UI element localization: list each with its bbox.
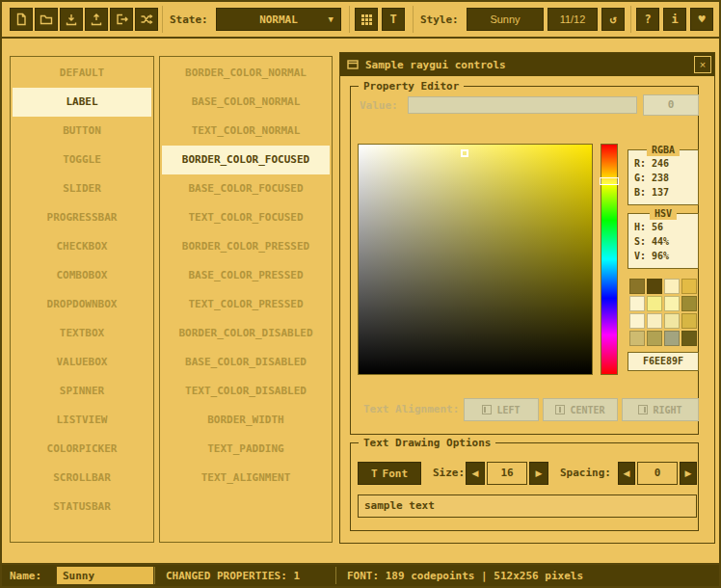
text-view-button[interactable]: T — [382, 8, 405, 31]
color-swatch[interactable] — [681, 279, 697, 294]
list-item[interactable]: DROPDOWNBOX — [13, 290, 151, 319]
color-swatch[interactable] — [629, 313, 645, 329]
hsv-h-value: H: 56 — [634, 220, 698, 234]
list-item[interactable]: BUTTON — [13, 117, 151, 146]
list-item[interactable]: BORDER_COLOR_DISABLED — [162, 319, 330, 348]
style-name-input[interactable]: Sunny — [56, 566, 154, 585]
text-T-icon: T — [389, 13, 396, 26]
font-button[interactable]: T Font — [358, 462, 421, 485]
list-item[interactable]: DEFAULT — [13, 59, 151, 88]
color-swatch[interactable] — [664, 313, 680, 329]
export-style-button[interactable] — [110, 8, 133, 31]
reload-style-button[interactable]: ↺ — [601, 8, 625, 31]
align-left-toggle[interactable]: LEFT — [464, 398, 539, 421]
color-picker-cursor[interactable] — [461, 149, 468, 157]
grid-view-button[interactable] — [355, 8, 378, 31]
state-dropdown[interactable]: NORMAL ▼ — [216, 8, 341, 31]
list-item[interactable]: TOGGLE — [13, 146, 151, 174]
hsv-label: HSV — [650, 207, 677, 220]
list-item[interactable]: STATUSBAR — [13, 493, 151, 521]
color-swatch[interactable] — [647, 331, 662, 346]
color-swatch[interactable] — [681, 296, 697, 311]
spacing-value-box[interactable]: 0 — [637, 462, 678, 485]
color-swatch[interactable] — [664, 279, 680, 294]
import-style-button[interactable] — [85, 8, 108, 31]
random-style-button[interactable] — [135, 8, 158, 31]
style-index-button[interactable]: 11/12 — [547, 8, 598, 31]
info-icon: i — [671, 13, 678, 26]
style-name-button[interactable]: Sunny — [467, 8, 544, 31]
toolbar-separator — [162, 6, 163, 33]
align-right-toggle[interactable]: RIGHT — [622, 398, 699, 421]
list-item[interactable]: TEXT_COLOR_NORMAL — [162, 117, 330, 146]
color-swatch[interactable] — [647, 296, 662, 311]
list-item[interactable]: TEXT_COLOR_PRESSED — [162, 290, 330, 319]
list-item-selected[interactable]: LABEL — [13, 88, 151, 117]
color-swatch[interactable] — [681, 331, 697, 346]
list-item[interactable]: CHECKBOX — [13, 232, 151, 261]
align-center-icon — [555, 405, 565, 414]
open-style-button[interactable] — [35, 8, 58, 31]
color-swatch[interactable] — [664, 296, 680, 311]
new-file-button[interactable] — [10, 8, 33, 31]
color-swatch[interactable] — [664, 331, 680, 346]
spacing-increase-button[interactable]: ▶ — [680, 462, 697, 485]
info-button[interactable]: i — [663, 8, 686, 31]
list-item[interactable]: TEXTBOX — [13, 319, 151, 348]
list-item[interactable]: BORDER_COLOR_PRESSED — [162, 232, 330, 261]
toolbar: State: NORMAL ▼ T Style: Sunny 11/12 ↺ ?… — [2, 2, 719, 39]
list-item[interactable]: VALUEBOX — [13, 348, 151, 377]
list-item[interactable]: BORDER_WIDTH — [162, 406, 330, 435]
list-item[interactable]: BASE_COLOR_DISABLED — [162, 348, 330, 377]
sponsor-button[interactable]: ♥ — [690, 8, 713, 31]
color-swatch[interactable] — [647, 279, 662, 294]
list-item[interactable]: BASE_COLOR_PRESSED — [162, 261, 330, 290]
rgba-b-value: B: 137 — [634, 185, 698, 200]
toolbar-separator — [413, 6, 414, 33]
value-slider[interactable] — [408, 96, 637, 114]
list-item[interactable]: SCROLLBAR — [13, 464, 151, 493]
property-editor-title: Property Editor — [359, 79, 464, 94]
text-drawing-options-group: Text Drawing Options — [350, 442, 699, 531]
hue-slider-cursor[interactable] — [600, 177, 619, 185]
hue-slider[interactable] — [601, 144, 618, 375]
state-dropdown-value: NORMAL — [259, 13, 298, 26]
value-box[interactable]: 0 — [643, 94, 699, 116]
window-titlebar[interactable]: Sample raygui controls × — [340, 53, 714, 76]
rgba-label: RGBA — [647, 144, 680, 156]
list-item[interactable]: BORDER_COLOR_NORMAL — [162, 59, 330, 88]
list-item[interactable]: TEXT_ALIGNMENT — [162, 464, 330, 493]
list-item[interactable]: COMBOBOX — [13, 261, 151, 290]
list-item[interactable]: SPINNER — [13, 377, 151, 406]
list-item[interactable]: TEXT_COLOR_DISABLED — [162, 377, 330, 406]
save-style-button[interactable] — [60, 8, 83, 31]
size-value-box[interactable]: 16 — [487, 462, 527, 485]
value-label: Value: — [360, 99, 398, 112]
color-swatch[interactable] — [629, 331, 645, 346]
list-item[interactable]: SLIDER — [13, 174, 151, 203]
color-swatch[interactable] — [629, 296, 645, 311]
list-item[interactable]: TEXT_COLOR_FOCUSED — [162, 203, 330, 232]
window-close-button[interactable]: × — [694, 56, 711, 73]
list-item[interactable]: PROGRESSBAR — [13, 203, 151, 232]
size-decrease-button[interactable]: ◀ — [466, 462, 485, 485]
sample-text-input[interactable]: sample text — [358, 494, 697, 518]
text-alignment-label: Text Alignment: — [363, 403, 459, 415]
color-swatch[interactable] — [647, 313, 662, 329]
align-center-toggle[interactable]: CENTER — [543, 398, 618, 421]
color-swatch[interactable] — [681, 313, 697, 329]
hex-color-input[interactable]: F6EE89F — [628, 352, 699, 371]
export-icon — [115, 13, 128, 26]
spacing-decrease-button[interactable]: ◀ — [618, 462, 635, 485]
list-item[interactable]: BASE_COLOR_FOCUSED — [162, 174, 330, 203]
rgba-box: RGBA R: 246 G: 238 B: 137 — [628, 149, 699, 205]
help-button[interactable]: ? — [636, 8, 659, 31]
list-item[interactable]: COLORPICKER — [13, 435, 151, 464]
color-picker-panel[interactable] — [358, 144, 593, 375]
list-item-selected[interactable]: BORDER_COLOR_FOCUSED — [162, 146, 330, 174]
list-item[interactable]: LISTVIEW — [13, 406, 151, 435]
size-increase-button[interactable]: ▶ — [529, 462, 548, 485]
list-item[interactable]: BASE_COLOR_NORMAL — [162, 88, 330, 117]
list-item[interactable]: TEXT_PADDING — [162, 435, 330, 464]
color-swatch[interactable] — [629, 279, 645, 294]
